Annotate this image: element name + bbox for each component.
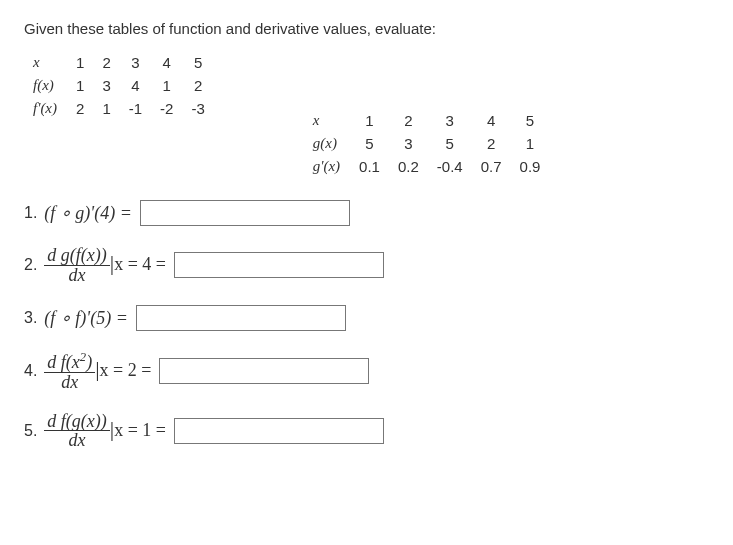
fraction-numerator: d f(x2) (44, 351, 95, 373)
table-label: f(x) (24, 74, 67, 97)
table-cell: -2 (151, 97, 182, 120)
questions-list: 1. (f ∘ g)'(4) = 2. d g(f(x)) dx |x = 4 … (24, 200, 709, 450)
question-number: 5. (24, 422, 37, 440)
table-label: x (24, 51, 67, 74)
table-row: x 1 2 3 4 5 (304, 109, 550, 132)
question-number: 1. (24, 204, 37, 222)
fraction-numerator: d f(g(x)) (44, 412, 109, 432)
question-4: 4. d f(x2) dx |x = 2 = (24, 351, 709, 392)
table-cell: 0.9 (511, 155, 550, 178)
table-cell: 0.2 (389, 155, 428, 178)
table-cell: 4 (472, 109, 511, 132)
eval-text: x = 1 = (114, 419, 166, 439)
question-number: 4. (24, 362, 37, 380)
table-cell: 1 (93, 97, 119, 120)
table-cell: 2 (182, 74, 213, 97)
table-f: x 1 2 3 4 5 f(x) 1 3 4 1 2 f'(x) 2 1 -1 … (24, 51, 214, 120)
question-number: 2. (24, 256, 37, 274)
table-cell: -1 (120, 97, 151, 120)
table-g-wrap: x 1 2 3 4 5 g(x) 5 3 5 2 1 g'(x) 0.1 0.2… (304, 109, 550, 178)
fraction-denominator: dx (66, 431, 89, 450)
table-cell: 5 (428, 132, 472, 155)
table-row: f(x) 1 3 4 1 2 (24, 74, 214, 97)
question-expression: d f(g(x)) dx |x = 1 = (44, 412, 166, 451)
table-row: g'(x) 0.1 0.2 -0.4 0.7 0.9 (304, 155, 550, 178)
table-cell: 3 (120, 51, 151, 74)
table-cell: 1 (67, 74, 93, 97)
table-label: g(x) (304, 132, 350, 155)
table-label: g'(x) (304, 155, 350, 178)
question-expression: (f ∘ g)'(4) = (44, 202, 131, 224)
question-1: 1. (f ∘ g)'(4) = (24, 200, 709, 226)
question-expression: (f ∘ f)'(5) = (44, 307, 127, 329)
table-cell: 4 (151, 51, 182, 74)
question-number: 3. (24, 309, 37, 327)
answer-input-3[interactable] (136, 305, 346, 331)
table-cell: 5 (511, 109, 550, 132)
question-3: 3. (f ∘ f)'(5) = (24, 305, 709, 331)
table-cell: 3 (428, 109, 472, 132)
answer-input-4[interactable] (159, 358, 369, 384)
table-cell: 1 (511, 132, 550, 155)
fraction-numerator: d g(f(x)) (44, 246, 109, 266)
fraction-denominator: dx (66, 266, 89, 285)
table-cell: 2 (472, 132, 511, 155)
table-cell: 2 (389, 109, 428, 132)
table-g: x 1 2 3 4 5 g(x) 5 3 5 2 1 g'(x) 0.1 0.2… (304, 109, 550, 178)
table-label: x (304, 109, 350, 132)
table-label: f'(x) (24, 97, 67, 120)
answer-input-1[interactable] (140, 200, 350, 226)
eval-text: x = 2 = (100, 359, 152, 379)
table-row: x 1 2 3 4 5 (24, 51, 214, 74)
table-row: f'(x) 2 1 -1 -2 -3 (24, 97, 214, 120)
table-cell: 0.1 (350, 155, 389, 178)
table-cell: -3 (182, 97, 213, 120)
tables-container: x 1 2 3 4 5 f(x) 1 3 4 1 2 f'(x) 2 1 -1 … (24, 51, 709, 178)
table-cell: 1 (151, 74, 182, 97)
answer-input-5[interactable] (174, 418, 384, 444)
table-cell: 2 (93, 51, 119, 74)
table-cell: 1 (67, 51, 93, 74)
table-row: g(x) 5 3 5 2 1 (304, 132, 550, 155)
fraction-denominator: dx (58, 373, 81, 392)
answer-input-2[interactable] (174, 252, 384, 278)
table-cell: 0.7 (472, 155, 511, 178)
table-cell: 4 (120, 74, 151, 97)
table-cell: 1 (350, 109, 389, 132)
table-cell: 5 (350, 132, 389, 155)
table-cell: 3 (389, 132, 428, 155)
eval-text: x = 4 = (114, 254, 166, 274)
table-cell: 3 (93, 74, 119, 97)
question-5: 5. d f(g(x)) dx |x = 1 = (24, 412, 709, 451)
table-cell: -0.4 (428, 155, 472, 178)
question-expression: d g(f(x)) dx |x = 4 = (44, 246, 166, 285)
question-expression: d f(x2) dx |x = 2 = (44, 351, 151, 392)
question-2: 2. d g(f(x)) dx |x = 4 = (24, 246, 709, 285)
table-cell: 5 (182, 51, 213, 74)
table-cell: 2 (67, 97, 93, 120)
problem-prompt: Given these tables of function and deriv… (24, 20, 709, 37)
